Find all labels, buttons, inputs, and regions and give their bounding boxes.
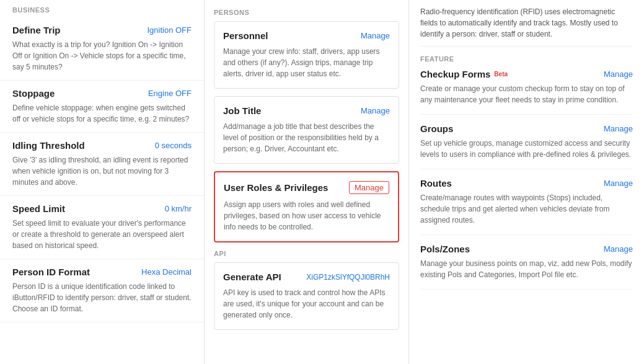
user-roles-card: User Roles & Privileges Manage Assign ap…	[214, 171, 399, 242]
speed-limit-value[interactable]: 0 km/hr	[165, 204, 192, 213]
idling-threshold-desc: Give '3' as idling threshold, an idling …	[12, 154, 192, 188]
user-roles-title: User Roles & Privileges	[224, 182, 328, 193]
checkup-forms-feature: Checkup Forms Beta Manage Create or mana…	[420, 69, 633, 115]
job-title-manage-button[interactable]: Manage	[361, 106, 390, 115]
api-key-value: XiGP1zkSlYfQQJl0BRhH	[306, 273, 390, 282]
idling-threshold-item: Idling Threshold 0 seconds Give '3' as i…	[0, 133, 204, 196]
stoppage-desc: Define vehicle stoppage: when engine get…	[12, 102, 192, 125]
personnel-manage-button[interactable]: Manage	[361, 31, 390, 40]
routes-desc: Create/manage routes with waypoints (Sto…	[420, 192, 633, 226]
pols-zones-manage-button[interactable]: Manage	[604, 244, 633, 254]
routes-manage-button[interactable]: Manage	[604, 179, 633, 188]
person-id-format-desc: Person ID is a unique identification cod…	[12, 281, 192, 314]
stoppage-item: Stoppage Engine OFF Define vehicle stopp…	[0, 81, 204, 133]
pols-zones-desc: Manage your business points on map, viz.…	[420, 258, 633, 280]
generate-api-title: Generate API	[223, 272, 281, 282]
checkup-forms-title: Checkup Forms Beta	[420, 69, 508, 79]
mid-column: PERSONS Personnel Manage Manage your cre…	[205, 0, 409, 364]
feature-section-label: FEATURE	[420, 55, 633, 63]
business-section-label: BUSINESS	[0, 0, 204, 17]
routes-title: Routes	[420, 178, 452, 189]
groups-manage-button[interactable]: Manage	[604, 124, 633, 133]
generate-api-card: Generate API XiGP1zkSlYfQQJl0BRhH API ke…	[214, 262, 399, 330]
generate-api-desc: API key is used to track and control how…	[223, 287, 390, 321]
job-title-title: Job Title	[223, 105, 261, 116]
define-trip-title: Define Trip	[12, 25, 61, 35]
user-roles-manage-button[interactable]: Manage	[349, 181, 389, 194]
personnel-title: Personnel	[223, 30, 268, 41]
checkup-forms-desc: Create or manage your custom checkup for…	[420, 83, 633, 105]
speed-limit-title: Speed Limit	[12, 203, 65, 214]
beta-badge: Beta	[494, 71, 508, 78]
job-title-desc: Add/manage a job title that best describ…	[223, 121, 390, 154]
api-section-label: API	[214, 250, 399, 257]
person-id-format-title: Person ID Format	[12, 267, 90, 277]
speed-limit-item: Speed Limit 0 km/hr Set speed limit to e…	[0, 196, 204, 259]
user-roles-desc: Assign app users with roles and well def…	[224, 199, 389, 233]
groups-feature: Groups Manage Set up vehicle groups, man…	[420, 123, 633, 169]
define-trip-desc: What exactly is a trip for you? Ignition…	[12, 39, 192, 73]
pols-zones-title: Pols/Zones	[420, 244, 470, 254]
groups-desc: Set up vehicle groups, manage customized…	[420, 138, 633, 160]
rfid-description: Radio-frequency identification (RFID) us…	[420, 6, 633, 47]
checkup-forms-manage-button[interactable]: Manage	[604, 69, 633, 79]
pols-zones-feature: Pols/Zones Manage Manage your business p…	[420, 244, 633, 290]
stoppage-title: Stoppage	[12, 88, 55, 99]
person-id-format-value[interactable]: Hexa Decimal	[141, 267, 192, 277]
person-id-format-item: Person ID Format Hexa Decimal Person ID …	[0, 259, 204, 322]
personnel-card: Personnel Manage Manage your crew info: …	[214, 21, 399, 89]
personnel-desc: Manage your crew info: staff, drivers, a…	[223, 46, 390, 79]
right-column: Radio-frequency identification (RFID) us…	[409, 0, 644, 364]
routes-feature: Routes Manage Create/manage routes with …	[420, 178, 633, 235]
persons-section-label: PERSONS	[214, 9, 399, 16]
define-trip-item: Define Trip Ignition OFF What exactly is…	[0, 17, 204, 81]
groups-title: Groups	[420, 123, 453, 134]
idling-threshold-title: Idling Threshold	[12, 140, 85, 151]
define-trip-value[interactable]: Ignition OFF	[147, 25, 192, 35]
left-column: BUSINESS Define Trip Ignition OFF What e…	[0, 0, 205, 364]
stoppage-value[interactable]: Engine OFF	[148, 89, 192, 98]
idling-threshold-value[interactable]: 0 seconds	[155, 141, 192, 150]
speed-limit-desc: Set speed limit to evaluate your driver'…	[12, 218, 192, 251]
job-title-card: Job Title Manage Add/manage a job title …	[214, 96, 399, 164]
